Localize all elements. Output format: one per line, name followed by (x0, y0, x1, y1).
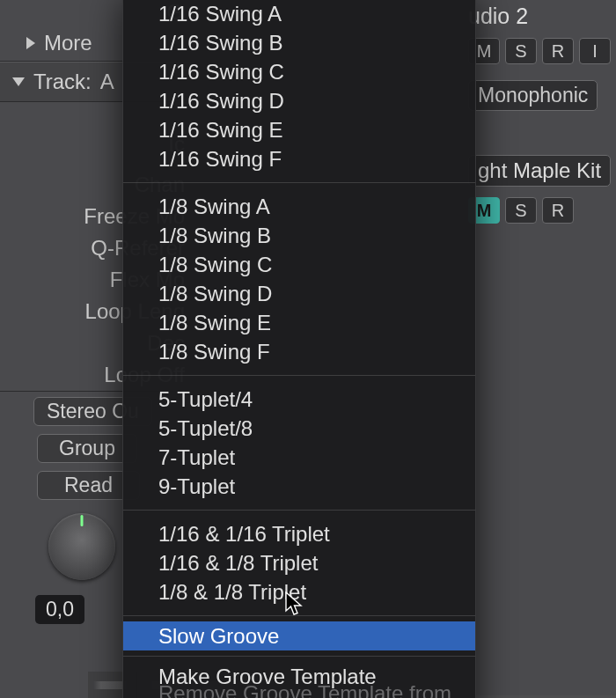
menu-item-swing16d[interactable]: 1/16 Swing D (123, 86, 475, 115)
menu-item-swing16c[interactable]: 1/16 Swing C (123, 57, 475, 86)
menu-separator (123, 656, 475, 657)
channel-mode-button[interactable]: Monophonic (468, 80, 598, 111)
channel-strip-top: udio 2 M S R I Monophonic ght Maple Kit … (466, 0, 616, 239)
menu-item-5tuplet8[interactable]: 5-Tuplet/8 (123, 414, 475, 443)
disclosure-down-icon (12, 77, 25, 86)
menu-item-swing8c[interactable]: 1/8 Swing C (123, 250, 475, 279)
input-monitor-button[interactable]: I (579, 38, 611, 64)
menu-item-swing16a[interactable]: 1/16 Swing A (123, 0, 475, 28)
solo-button[interactable]: S (505, 38, 537, 64)
menu-separator (123, 375, 475, 376)
menu-separator (123, 510, 475, 511)
pan-knob[interactable] (48, 513, 115, 580)
instrument-name-partial[interactable]: ght Maple Kit (468, 155, 611, 187)
menu-item-5tuplet4[interactable]: 5-Tuplet/4 (123, 385, 475, 414)
menu-item-swing8d[interactable]: 1/8 Swing D (123, 279, 475, 308)
menu-item-swing8b[interactable]: 1/8 Swing B (123, 221, 475, 250)
track-label: Track: (33, 70, 92, 94)
pan-value-field[interactable]: 0,0 (35, 595, 84, 624)
menu-item-swing16f[interactable]: 1/16 Swing F (123, 144, 475, 173)
menu-item-swing8f[interactable]: 1/8 Swing F (123, 337, 475, 366)
menu-item-swing8a[interactable]: 1/8 Swing A (123, 192, 475, 221)
track-macro-buttons-2: M S R (468, 197, 616, 224)
record-button-2[interactable]: R (542, 197, 574, 224)
cursor-arrow-icon (285, 591, 310, 616)
record-button[interactable]: R (542, 38, 574, 64)
track-header-partial: udio 2 (468, 0, 616, 38)
menu-item-remove-groove-template: Remove Groove Template from List (123, 691, 475, 698)
menu-item-swing16e[interactable]: 1/16 Swing E (123, 115, 475, 144)
menu-item-triplet-168[interactable]: 1/16 & 1/8 Triplet (123, 548, 475, 577)
solo-button-2[interactable]: S (505, 197, 537, 224)
track-value-partial: A (100, 70, 114, 94)
menu-item-9tuplet[interactable]: 9-Tuplet (123, 472, 475, 501)
menu-item-swing8e[interactable]: 1/8 Swing E (123, 308, 475, 337)
menu-item-7tuplet[interactable]: 7-Tuplet (123, 443, 475, 472)
menu-item-slow-groove[interactable]: Slow Groove (123, 621, 475, 650)
menu-item-swing16b[interactable]: 1/16 Swing B (123, 28, 475, 57)
more-label: More (44, 31, 92, 55)
tracks-area-bg (466, 255, 616, 695)
menu-separator (123, 182, 475, 183)
menu-item-triplet-1616[interactable]: 1/16 & 1/16 Triplet (123, 519, 475, 548)
track-macro-buttons-1: M S R I (468, 38, 616, 64)
disclosure-right-icon (26, 37, 35, 49)
